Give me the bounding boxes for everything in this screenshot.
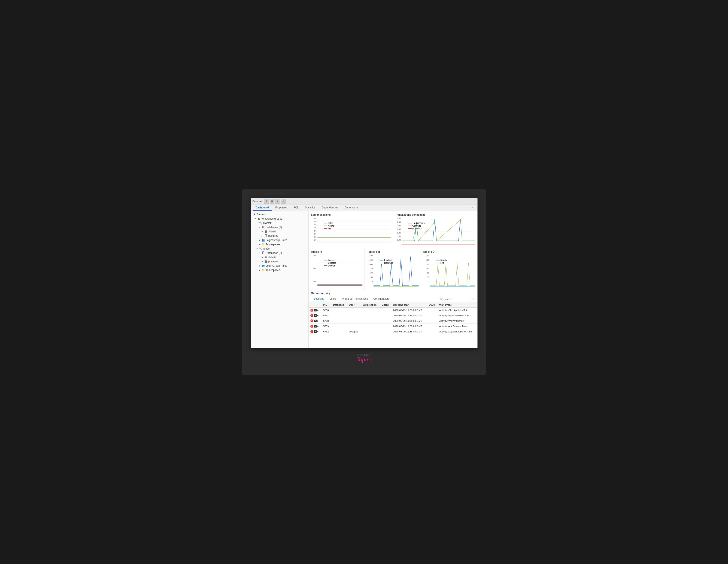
table-row: ✕ ■ ▶ 5759 xyxy=(309,324,477,329)
total-color xyxy=(324,223,327,223)
tab-dependents[interactable]: Dependents xyxy=(342,205,362,211)
activity-tab-sessions[interactable]: Sessions xyxy=(311,296,327,302)
application-cell xyxy=(361,329,380,334)
select-button[interactable]: ■ xyxy=(314,320,317,322)
select-button[interactable]: ■ xyxy=(314,325,317,328)
database-icon: 🗄 xyxy=(264,230,268,233)
tuples-in-chart-inner: Inserts Updates Deletes xyxy=(317,255,363,287)
tuples-in-chart: 1.000.500.00 xyxy=(311,255,363,287)
sidebar-item-loginroles-slave[interactable]: ▶ 👥 Login/Group Roles xyxy=(251,264,308,268)
state-cell xyxy=(427,308,438,313)
database-cell xyxy=(331,318,347,324)
active-color xyxy=(324,225,327,226)
databases-icon: 🗄 xyxy=(262,225,265,229)
copy-icon[interactable]: ⎘ xyxy=(275,199,280,204)
tab-sql[interactable]: SQL xyxy=(290,205,302,211)
master-icon: 🔧 xyxy=(259,221,262,225)
activity-tab-prepared-transactions[interactable]: Prepared Transactions xyxy=(339,296,371,302)
sidebar-item-servers[interactable]: 🖥 Servers xyxy=(251,212,308,216)
row-controls: ✕ ■ ▶ xyxy=(309,313,322,318)
scaler-label: SCALER xyxy=(357,354,371,356)
activity-toolbar: 🔍 ↻ xyxy=(438,296,475,302)
expand-arrow: ▶ xyxy=(259,239,261,241)
sidebar-item-postgres-slave[interactable]: ▶ 🗄 postgres xyxy=(251,259,308,264)
y-axis-sessions: 8.07.06.05.0 4.03.02.01.0 xyxy=(311,218,317,241)
block-io-title: Block I/O xyxy=(423,250,475,253)
stop-button[interactable]: ✕ xyxy=(310,309,313,312)
tuples-out-chart-inner: Fetched Returned xyxy=(374,255,419,287)
commits-color xyxy=(408,225,412,226)
top-toolbar: Browser ⊞ ▦ ⎘ 🔍 xyxy=(251,198,477,205)
select-button[interactable]: ■ xyxy=(314,309,317,312)
sidebar-item-slave[interactable]: ▾ 🔧 Slave xyxy=(251,246,308,251)
sidebar-item-loginroles-master[interactable]: ▶ 👥 Login/Group Roles xyxy=(251,238,308,242)
grid-icon[interactable]: ▦ xyxy=(270,199,274,204)
transactions-legend: Transactions Commits Rollbacks xyxy=(408,222,425,230)
activity-tab-configuration[interactable]: Configuration xyxy=(371,296,391,302)
row-controls: ✕ ■ ▶ xyxy=(309,308,322,313)
activity-tabs-bar: Sessions Locks Prepared Transactions Con… xyxy=(309,296,477,302)
col-database: Database xyxy=(331,302,347,308)
tab-statistics[interactable]: Statistics xyxy=(302,205,318,211)
application-cell xyxy=(361,324,380,329)
expand-row-arrow[interactable]: ▶ xyxy=(317,309,319,311)
tab-dependencies[interactable]: Dependencies xyxy=(319,205,341,211)
table-row: ✕ ■ ▶ 5756 xyxy=(309,308,477,313)
application-cell xyxy=(361,313,380,318)
expand-row-arrow[interactable]: ▶ xyxy=(317,325,319,327)
database-icon: 🗄 xyxy=(264,255,268,259)
activity-tab-locks[interactable]: Locks xyxy=(327,296,339,302)
expand-row-arrow[interactable]: ▶ xyxy=(317,331,319,333)
search-input[interactable] xyxy=(444,298,469,300)
rollbacks-label: Rollbacks xyxy=(412,227,422,230)
tab-properties[interactable]: Properties xyxy=(272,205,290,211)
sidebar-item-databases-slave[interactable]: ▾ 🗄 Databases (2) xyxy=(251,251,308,255)
stop-button[interactable]: ✕ xyxy=(310,314,313,317)
sidebar-item-tablespaces-master[interactable]: ▶ 📁 Tablespaces xyxy=(251,242,308,246)
select-button[interactable]: ■ xyxy=(314,330,317,333)
sidebar-item-remotepostgres[interactable]: ▾ 🖥 remotepostgres (2) xyxy=(251,216,308,221)
user-cell xyxy=(347,308,361,313)
select-button[interactable]: ■ xyxy=(314,314,317,317)
tab-dashboard[interactable]: Dashboard xyxy=(253,205,272,211)
sidebar-item-databases-master[interactable]: ▾ 🗄 Databases (2) xyxy=(251,225,308,229)
sidebar-item-jelastic-master[interactable]: ▶ 🗄 Jelastic xyxy=(251,229,308,234)
pid-cell: 5757 xyxy=(322,313,331,318)
tuples-in-legend: Inserts Updates Deletes xyxy=(324,259,336,267)
collapse-arrow: ▾ xyxy=(256,247,259,250)
roles-icon: 👥 xyxy=(262,264,265,267)
close-button[interactable]: × xyxy=(470,205,475,210)
search-icon[interactable]: 🔍 xyxy=(281,199,286,204)
stop-button[interactable]: ✕ xyxy=(310,330,313,333)
main-content: Server sessions 8.07.06.05.0 4.03.02.01.… xyxy=(309,211,477,348)
sidebar-item-jelastic-slave[interactable]: ▶ 🗄 Jelastic xyxy=(251,255,308,259)
inserts-color xyxy=(324,260,327,260)
expand-row-arrow[interactable]: ▶ xyxy=(317,320,319,322)
sidebar-item-tablespaces-slave[interactable]: ▶ 📁 Tablespaces xyxy=(251,268,308,272)
server-activity-title: Server activity xyxy=(309,290,477,296)
backend-start-cell: 2020-05-29 11:38:00 GMT xyxy=(391,324,427,329)
search-icon-small: 🔍 xyxy=(440,298,443,301)
refresh-button[interactable]: ↻ xyxy=(472,297,475,301)
state-cell xyxy=(427,313,438,318)
sidebar-item-postgres-master[interactable]: ▶ 🗄 postgres xyxy=(251,234,308,238)
expand-row-arrow[interactable]: ▶ xyxy=(317,315,319,317)
sessions-table: PID Database User Application Client Bac… xyxy=(309,302,477,335)
expand-arrow: ▶ xyxy=(261,260,264,263)
table-header: PID Database User Application Client Bac… xyxy=(309,302,477,308)
backend-start-cell: 2020-05-29 11:38:00 GMT xyxy=(391,313,427,318)
deletes-label: Deletes xyxy=(328,264,335,267)
reads-label: Reads xyxy=(441,259,447,261)
pid-cell: 5759 xyxy=(322,324,331,329)
wait-event-cell: Activity: LogicalLauncherMain xyxy=(438,329,477,334)
tuples-out-title: Tuples out xyxy=(367,250,419,253)
pid-cell: 5762 xyxy=(322,329,331,334)
transactions-label: Transactions xyxy=(412,222,425,224)
tuples-in-panel: Tuples in 1.000.500.00 xyxy=(309,248,365,289)
sidebar-item-master[interactable]: ▾ 🔧 Master xyxy=(251,221,308,225)
stop-button[interactable]: ✕ xyxy=(310,325,313,328)
server-sessions-title: Server sessions xyxy=(311,213,391,216)
table-icon[interactable]: ⊞ xyxy=(264,199,269,204)
stop-button[interactable]: ✕ xyxy=(310,320,313,323)
table-body: ✕ ■ ▶ 5756 xyxy=(309,308,477,334)
